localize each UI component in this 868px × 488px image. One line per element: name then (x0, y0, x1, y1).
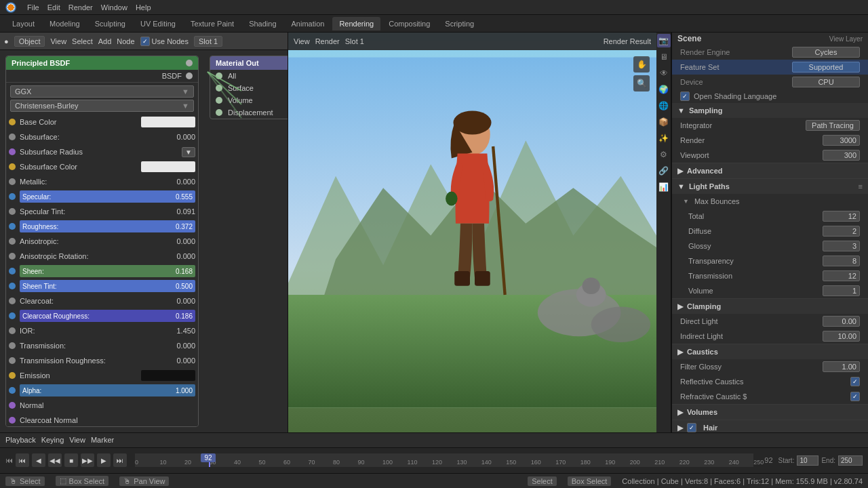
alpha-bar[interactable]: Alpha: 1.000 (20, 384, 195, 396)
tab-texture-paint[interactable]: Texture Paint (184, 17, 241, 30)
sheen-bar[interactable]: Sheen: 0.168 (20, 265, 195, 277)
stop-btn[interactable]: ■ (64, 453, 78, 467)
clamping-header[interactable]: ▶ Clamping (672, 299, 868, 314)
select-button-left[interactable]: 🖱 Select (5, 476, 45, 486)
bounce-diffuse-input[interactable] (823, 226, 860, 237)
bounce-transparency-input[interactable] (823, 256, 860, 266)
render-icon-object[interactable]: 📦 (657, 115, 671, 129)
viewport-hand-tool[interactable]: ✋ (633, 56, 650, 73)
start-frame-input[interactable] (797, 455, 818, 466)
bounce-glossy-input[interactable] (823, 241, 860, 251)
tab-shading[interactable]: Shading (242, 17, 283, 30)
row-base-color: Base Color (6, 115, 198, 129)
jump-end-btn[interactable]: ⏭ (113, 453, 127, 467)
bounce-volume-input[interactable] (823, 285, 860, 296)
viewport-view-label[interactable]: View (294, 37, 310, 45)
menu-window[interactable]: Window (101, 3, 127, 12)
select-menu[interactable]: Select (72, 37, 93, 45)
sheen-tint-bar[interactable]: Sheen Tint: 0.500 (20, 280, 195, 292)
play-reverse-btn[interactable]: ◀◀ (48, 453, 62, 467)
menu-file[interactable]: File (27, 3, 39, 12)
viewport-samples-input[interactable] (823, 150, 860, 161)
render-icon-camera[interactable]: 📷 (657, 34, 671, 47)
render-icon-data[interactable]: 📊 (657, 180, 671, 194)
tab-layout[interactable]: Layout (5, 17, 41, 30)
advanced-header[interactable]: ▶ Advanced (672, 163, 868, 178)
color-subsurface[interactable] (141, 161, 195, 172)
socket-subsurface (9, 134, 16, 140)
device-dropdown[interactable]: CPU (792, 77, 860, 87)
timeline-ruler[interactable]: 92 0 10 20 30 40 50 60 70 80 90 100 110 … (135, 453, 753, 467)
view-menu[interactable]: View (50, 37, 66, 45)
menu-help[interactable]: Help (136, 3, 151, 12)
render-icon-constraints[interactable]: 🔗 (657, 164, 671, 178)
keying-label[interactable]: Keying (41, 436, 64, 444)
playback-label[interactable]: Playback (5, 436, 36, 444)
refractive-caustic-checkbox[interactable] (850, 392, 860, 401)
color-base-color[interactable] (141, 117, 195, 127)
color-emission[interactable] (141, 370, 195, 381)
viewport[interactable]: View Render Slot 1 Render Result (288, 33, 656, 432)
subsurface-radius-dropdown[interactable]: ▼ (182, 147, 195, 157)
select-button-right[interactable]: Select (528, 476, 557, 486)
tab-scripting[interactable]: Scripting (438, 17, 481, 30)
viewport-magnify-tool[interactable]: 🔍 (633, 75, 650, 92)
integrator-dropdown[interactable]: Path Tracing (806, 120, 860, 131)
timeline-view-label[interactable]: View (69, 436, 85, 444)
osl-checkbox[interactable] (680, 92, 690, 101)
add-menu[interactable]: Add (98, 37, 112, 45)
roughness-bar[interactable]: Roughness: 0.372 (20, 220, 195, 232)
viewport-slot-label[interactable]: Slot 1 (345, 37, 364, 45)
play-btn[interactable]: ▶▶ (81, 453, 94, 467)
next-frame-btn[interactable]: ▶ (97, 453, 111, 467)
viewport-render-label[interactable]: Render (315, 37, 340, 45)
render-icon-view[interactable]: 👁 (657, 66, 671, 80)
reflective-caustic-checkbox[interactable] (850, 377, 860, 386)
hair-header[interactable]: ▶ Hair (672, 420, 868, 432)
tab-uv-editing[interactable]: UV Editing (134, 17, 182, 30)
render-icon-physics[interactable]: ⚙ (657, 148, 671, 161)
bounce-transmission-input[interactable] (823, 270, 860, 281)
render-icon-world[interactable]: 🌐 (657, 99, 671, 113)
device-row: Device CPU (672, 75, 868, 89)
sampling-header[interactable]: ▼ Sampling (672, 103, 868, 118)
render-icon-particles[interactable]: ✨ (657, 131, 671, 145)
indirect-light-input[interactable] (823, 331, 860, 342)
tab-sculpting[interactable]: Sculpting (88, 17, 132, 30)
tab-compositing[interactable]: Compositing (382, 17, 437, 30)
volumes-header[interactable]: ▶ Volumes (672, 405, 868, 420)
subsurface-method-selector[interactable]: Christensen-Burley ▼ (10, 100, 194, 112)
bounce-total-input[interactable] (823, 211, 860, 222)
marker-label[interactable]: Marker (91, 436, 114, 444)
feature-set-dropdown[interactable]: Supported (792, 62, 860, 73)
render-icon-scene[interactable]: 🌍 (657, 83, 671, 96)
use-nodes-checkbox[interactable] (140, 37, 150, 46)
specular-bar[interactable]: Specular: 0.555 (20, 190, 195, 203)
menu-edit[interactable]: Edit (47, 3, 60, 12)
pan-view-button[interactable]: 🖱 Pan View (119, 476, 169, 486)
light-paths-header[interactable]: ▼ Light Paths ≡ (672, 179, 868, 194)
mode-selector[interactable]: Object (14, 36, 45, 47)
render-samples-input[interactable] (823, 135, 860, 146)
jump-start-btn[interactable]: ⏮ (16, 453, 29, 467)
prev-frame-btn[interactable]: ◀ (32, 453, 45, 467)
slot-selector[interactable]: Slot 1 (194, 36, 222, 47)
end-frame-input[interactable] (838, 455, 863, 466)
filter-glossy-input[interactable] (823, 361, 860, 372)
distribution-selector[interactable]: GGX ▼ (10, 85, 194, 98)
node-menu[interactable]: Node (117, 37, 134, 45)
menu-render[interactable]: Render (68, 3, 93, 12)
tab-rendering[interactable]: Rendering (332, 17, 380, 30)
mat-socket-volume (216, 97, 222, 104)
clearcoat-roughness-bar[interactable]: Clearcoat Roughness: 0.186 (20, 310, 195, 322)
box-select-button-right[interactable]: Box Select (568, 476, 612, 486)
box-select-button-left[interactable]: ⬚ Box Select (56, 476, 109, 486)
tab-animation[interactable]: Animation (285, 17, 332, 30)
render-icon-output[interactable]: 🖥 (657, 50, 671, 64)
render-engine-dropdown[interactable]: Cycles (792, 47, 860, 58)
tab-modeling[interactable]: Modeling (43, 17, 87, 30)
direct-light-input[interactable] (823, 316, 860, 327)
use-nodes-toggle[interactable]: Use Nodes (140, 37, 189, 46)
hair-checkbox[interactable] (687, 423, 696, 432)
caustics-header[interactable]: ▶ Caustics (672, 344, 868, 359)
